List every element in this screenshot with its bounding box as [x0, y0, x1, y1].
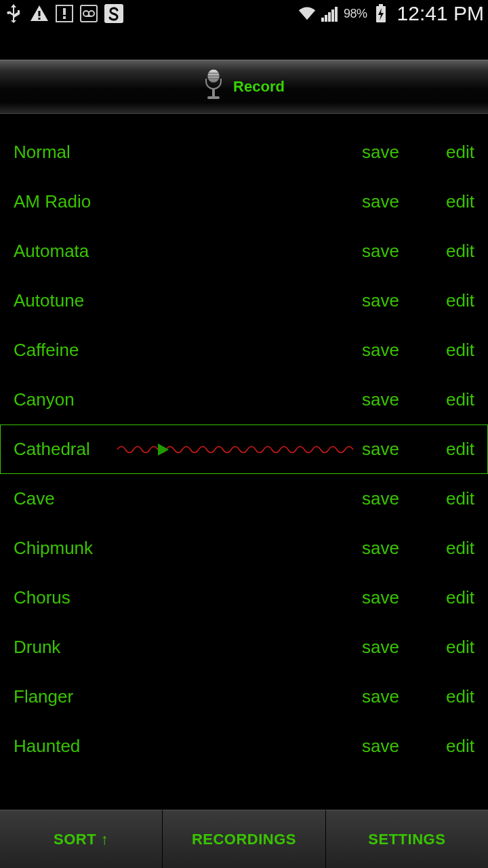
status-clock: 12:41 PM	[397, 2, 484, 25]
effect-name: Flanger	[14, 686, 73, 707]
svg-rect-7	[321, 18, 324, 22]
edit-button[interactable]: edit	[434, 587, 474, 608]
edit-button[interactable]: edit	[434, 736, 474, 757]
play-icon	[158, 443, 169, 456]
effect-row[interactable]: Autotunesaveedit	[0, 276, 488, 326]
effect-row[interactable]: Normalsaveedit	[0, 127, 488, 177]
microphone-icon	[203, 69, 224, 104]
effect-name: Chipmunk	[14, 538, 93, 559]
svg-rect-10	[331, 9, 334, 22]
svg-point-5	[89, 11, 94, 16]
svg-rect-1	[39, 18, 41, 20]
effect-row[interactable]: Canyonsaveedit	[0, 375, 488, 425]
effect-name: Canyon	[14, 389, 75, 410]
save-button[interactable]: save	[362, 686, 423, 707]
edit-button[interactable]: edit	[434, 686, 474, 707]
effect-name: Chorus	[14, 587, 70, 608]
effect-name: Caffeine	[14, 340, 79, 361]
effect-row[interactable]: Chorussaveedit	[0, 573, 488, 623]
effects-list: NormalsaveeditAM RadiosaveeditAutomatasa…	[0, 114, 488, 771]
save-button[interactable]: save	[362, 290, 423, 311]
edit-button[interactable]: edit	[434, 241, 474, 262]
effect-row[interactable]: Hauntedsaveedit	[0, 722, 488, 771]
edit-button[interactable]: edit	[434, 191, 474, 212]
effect-name: Cave	[14, 488, 55, 509]
svg-rect-15	[212, 88, 215, 96]
save-button[interactable]: save	[362, 340, 423, 361]
save-button[interactable]: save	[362, 736, 423, 757]
effect-name: Drunk	[14, 637, 60, 658]
save-button[interactable]: save	[362, 637, 423, 658]
android-status-bar: 98% 12:41 PM	[0, 0, 488, 27]
recordings-button[interactable]: RECORDINGS	[162, 810, 325, 868]
bottom-nav: SORT ↑ RECORDINGS SETTINGS	[0, 810, 488, 868]
effect-row[interactable]: Drunksaveedit	[0, 623, 488, 672]
save-button[interactable]: save	[362, 587, 423, 608]
svg-rect-16	[207, 96, 220, 99]
svg-rect-9	[328, 12, 331, 22]
svg-rect-11	[335, 7, 338, 22]
save-button[interactable]: save	[362, 389, 423, 410]
svg-rect-0	[39, 11, 41, 16]
app-s-icon	[104, 4, 123, 23]
effect-row[interactable]: Automatasaveedit	[0, 226, 488, 276]
effect-row[interactable]: Caffeinesaveedit	[0, 326, 488, 375]
save-button[interactable]: save	[362, 191, 423, 212]
settings-button[interactable]: SETTINGS	[325, 810, 488, 868]
svg-rect-3	[63, 16, 66, 19]
warning-icon	[30, 4, 49, 23]
svg-rect-8	[325, 15, 327, 22]
edit-button[interactable]: edit	[434, 389, 474, 410]
battery-charging-icon	[371, 4, 390, 23]
effect-name: Cathedral	[14, 439, 90, 460]
alert-box-icon	[56, 5, 73, 22]
sort-button[interactable]: SORT ↑	[0, 810, 162, 868]
usb-icon	[4, 4, 23, 23]
svg-point-4	[83, 11, 89, 16]
cell-signal-icon	[321, 4, 340, 23]
edit-button[interactable]: edit	[434, 488, 474, 509]
effect-name: Autotune	[14, 290, 84, 311]
effect-name: Haunted	[14, 736, 80, 757]
effect-name: Normal	[14, 142, 70, 163]
wifi-icon	[298, 4, 317, 23]
effect-name: Automata	[14, 241, 89, 262]
svg-rect-2	[63, 8, 66, 15]
effect-row[interactable]: Flangersaveedit	[0, 672, 488, 722]
waveform-area	[90, 439, 362, 460]
save-button[interactable]: save	[362, 142, 423, 163]
effect-row[interactable]: AM Radiosaveedit	[0, 177, 488, 226]
effect-row[interactable]: Cavesaveedit	[0, 474, 488, 524]
battery-percent: 98%	[344, 7, 367, 21]
edit-button[interactable]: edit	[434, 340, 474, 361]
edit-button[interactable]: edit	[434, 439, 474, 460]
edit-button[interactable]: edit	[434, 290, 474, 311]
save-button[interactable]: save	[362, 488, 423, 509]
edit-button[interactable]: edit	[434, 637, 474, 658]
effect-row[interactable]: Cathedralsaveedit	[0, 425, 488, 474]
record-button[interactable]: Record	[0, 60, 488, 114]
edit-button[interactable]: edit	[434, 538, 474, 559]
effect-row[interactable]: Chipmunksaveedit	[0, 524, 488, 573]
save-button[interactable]: save	[362, 241, 423, 262]
edit-button[interactable]: edit	[434, 142, 474, 163]
save-button[interactable]: save	[362, 439, 423, 460]
svg-rect-13	[379, 4, 383, 6]
spacer	[0, 27, 488, 60]
waveform-icon	[117, 439, 354, 460]
effect-name: AM Radio	[14, 191, 91, 212]
record-label: Record	[233, 78, 285, 96]
save-button[interactable]: save	[362, 538, 423, 559]
voicemail-icon	[80, 5, 98, 22]
